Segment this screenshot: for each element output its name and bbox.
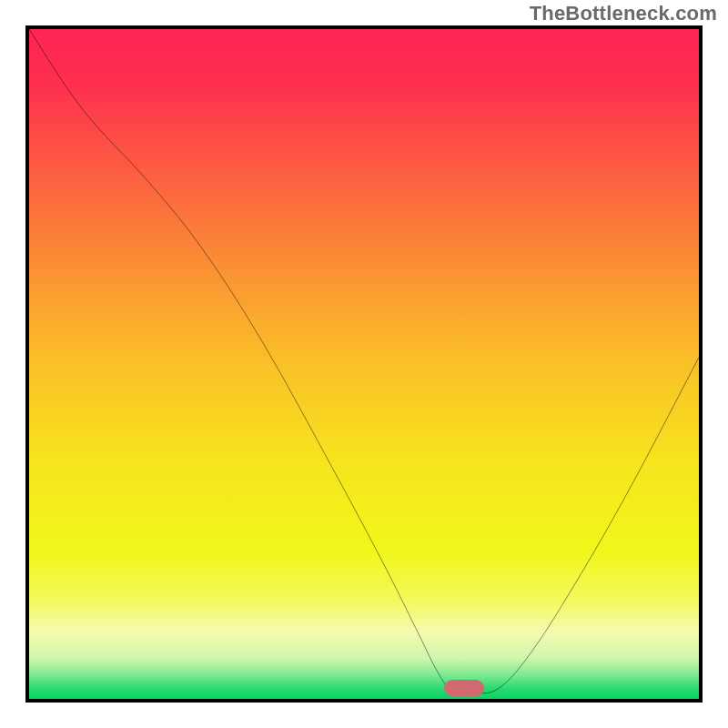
svg-rect-0 [29,29,699,699]
watermark-text: TheBottleneck.com [530,2,717,25]
chart-container: TheBottleneck.com [0,0,728,728]
plot-area [25,25,703,703]
gradient-background [29,29,699,699]
optimal-point-marker [444,680,484,696]
